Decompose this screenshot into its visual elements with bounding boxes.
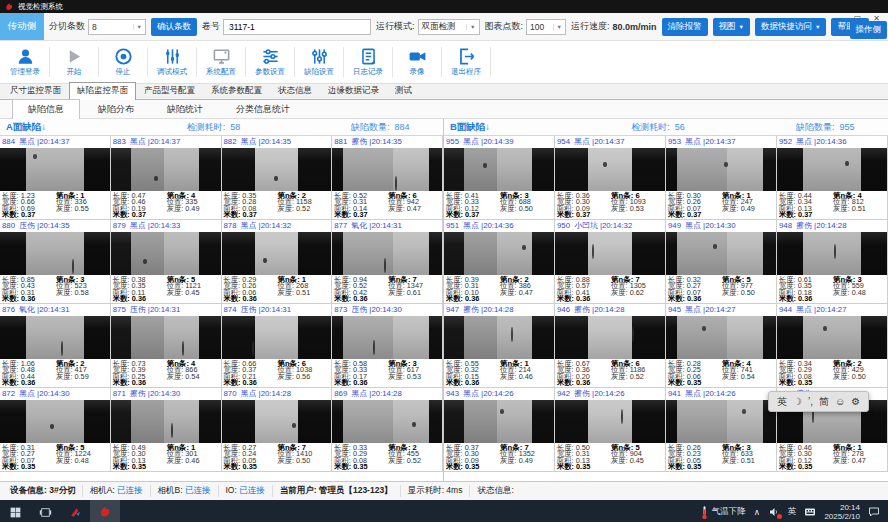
debug-mode-button[interactable]: 调试模式 bbox=[149, 47, 195, 77]
defect-image[interactable] bbox=[0, 316, 110, 359]
ime-language-indicator[interactable]: 英 bbox=[788, 506, 797, 518]
defect-image[interactable] bbox=[444, 400, 554, 443]
defect-cell[interactable]: 942 擦伤 |20:14:26长度: 0.50宽度: 0.31面积: 0.13… bbox=[555, 388, 666, 472]
sub-tab[interactable]: 缺陷分布 bbox=[83, 100, 149, 119]
defect-image[interactable] bbox=[111, 232, 221, 275]
defect-image[interactable] bbox=[666, 316, 776, 359]
defect-image[interactable] bbox=[444, 316, 554, 359]
defect-cell[interactable]: 877 氧化 |20:14:31长度: 0.94宽度: 0.52面积: 0.42… bbox=[332, 220, 443, 304]
defect-cell[interactable]: 954 黑点 |20:14:37长度: 0.36宽度: 0.30面积: 0.09… bbox=[555, 136, 666, 220]
volume-button[interactable] bbox=[768, 506, 780, 518]
defect-image[interactable] bbox=[222, 232, 332, 275]
clock-widget[interactable]: 20:14 2025/2/10 bbox=[824, 503, 860, 521]
defect-image[interactable] bbox=[332, 148, 442, 191]
defect-cell[interactable]: 950 小凹坑 |20:14:32长度: 0.88宽度: 0.57面积: 0.4… bbox=[555, 220, 666, 304]
defect-cell[interactable]: 873 压伤 |20:14:30长度: 0.58宽度: 0.33面积: 0.17… bbox=[332, 304, 443, 388]
defect-image[interactable] bbox=[0, 400, 110, 443]
defect-image[interactable] bbox=[111, 316, 221, 359]
taskbar-app-button[interactable] bbox=[60, 500, 90, 522]
minimize-button[interactable]: — bbox=[834, 14, 842, 23]
ime-simplified-toggle[interactable]: 简 bbox=[819, 397, 829, 407]
defect-cell[interactable]: 869 黑点 |20:14:28长度: 0.33宽度: 0.29面积: 0.08… bbox=[332, 388, 443, 472]
defect-cell[interactable]: 949 黑点 |20:14:30长度: 0.32宽度: 0.27面积: 0.07… bbox=[666, 220, 777, 304]
ime-keyboard-button[interactable] bbox=[804, 506, 816, 518]
run-mode-select[interactable]: 双面检测 ▼ bbox=[418, 19, 480, 35]
confirm-strips-button[interactable]: 确认条数 bbox=[151, 18, 197, 36]
defect-cell[interactable]: 952 黑点 |20:14:36长度: 0.44宽度: 0.34面积: 0.13… bbox=[777, 136, 888, 220]
data-quick-access-menu-button[interactable]: 数据快捷访问▼ bbox=[755, 18, 826, 36]
defect-image[interactable] bbox=[666, 400, 776, 443]
weather-widget[interactable]: 气温下降 bbox=[700, 505, 746, 520]
defect-cell[interactable]: 874 压伤 |20:14:31长度: 0.66宽度: 0.37面积: 0.21… bbox=[222, 304, 333, 388]
defect-cell[interactable]: 945 黑点 |20:14:27长度: 0.28宽度: 0.25面积: 0.06… bbox=[666, 304, 777, 388]
main-tab[interactable]: 产品型号配置 bbox=[136, 82, 203, 99]
defect-image[interactable] bbox=[777, 148, 887, 191]
defect-cell[interactable]: 875 压伤 |20:14:31长度: 0.73宽度: 0.39面积: 0.25… bbox=[111, 304, 222, 388]
defect-cell[interactable]: 946 擦伤 |20:14:28长度: 0.67宽度: 0.36面积: 0.20… bbox=[555, 304, 666, 388]
stop-button[interactable]: 停止 bbox=[100, 47, 146, 77]
defect-image[interactable] bbox=[777, 316, 887, 359]
main-tab[interactable]: 边缘数据记录 bbox=[320, 82, 387, 99]
defect-cell[interactable]: 881 擦伤 |20:14:35长度: 0.52宽度: 0.31面积: 0.14… bbox=[332, 136, 443, 220]
defect-image[interactable] bbox=[332, 400, 442, 443]
sub-tab[interactable]: 缺陷统计 bbox=[152, 100, 218, 119]
defect-settings-button[interactable]: 缺陷设置 bbox=[296, 47, 342, 77]
defect-cell[interactable]: 955 黑点 |20:14:39长度: 0.41宽度: 0.33面积: 0.12… bbox=[444, 136, 555, 220]
defect-image[interactable] bbox=[222, 148, 332, 191]
defect-cell[interactable]: 876 氧化 |20:14:31长度: 1.06宽度: 0.48面积: 0.44… bbox=[0, 304, 111, 388]
ime-fullwidth-toggle[interactable]: ☽ bbox=[793, 397, 802, 407]
tray-expand-button[interactable]: ∧ bbox=[754, 507, 760, 517]
defect-image[interactable] bbox=[222, 400, 332, 443]
notification-center-button[interactable] bbox=[868, 506, 880, 518]
defect-cell[interactable]: 870 黑点 |20:14:28长度: 0.27宽度: 0.24面积: 0.05… bbox=[222, 388, 333, 472]
ime-language-toggle[interactable]: 英 bbox=[777, 397, 787, 407]
defect-cell[interactable]: 882 黑点 |20:14:35长度: 0.35宽度: 0.28面积: 0.08… bbox=[222, 136, 333, 220]
drive-side-button[interactable]: 传动侧 bbox=[0, 13, 44, 40]
defect-image[interactable] bbox=[111, 400, 221, 443]
defect-image[interactable] bbox=[666, 232, 776, 275]
defect-cell[interactable]: 944 黑点 |20:14:27长度: 0.34宽度: 0.29面积: 0.08… bbox=[777, 304, 888, 388]
taskbar-active-app-button[interactable] bbox=[90, 500, 120, 522]
defect-cell[interactable]: 883 黑点 |20:14:37长度: 0.47宽度: 0.46面积: 0.19… bbox=[111, 136, 222, 220]
defect-cell[interactable]: 880 压伤 |20:14:35长度: 0.85宽度: 0.43面积: 0.31… bbox=[0, 220, 111, 304]
admin-login-button[interactable]: 管理登录 bbox=[2, 47, 48, 77]
defect-cell[interactable]: 953 黑点 |20:14:37长度: 0.30宽度: 0.26面积: 0.07… bbox=[666, 136, 777, 220]
main-tab[interactable]: 缺陷监控界面 bbox=[69, 82, 136, 100]
record-video-button[interactable]: 录像 bbox=[394, 47, 440, 77]
defect-cell[interactable]: 948 擦伤 |20:14:28长度: 0.61宽度: 0.35面积: 0.18… bbox=[777, 220, 888, 304]
clear-alarm-button[interactable]: 清除报警 bbox=[662, 18, 708, 36]
defect-image[interactable] bbox=[777, 232, 887, 275]
defect-image[interactable] bbox=[444, 148, 554, 191]
ime-settings-button[interactable]: ⚙ bbox=[851, 397, 860, 407]
main-tab[interactable]: 系统参数配置 bbox=[203, 82, 270, 99]
defect-image[interactable] bbox=[332, 316, 442, 359]
defect-image[interactable] bbox=[666, 148, 776, 191]
defect-image[interactable] bbox=[332, 232, 442, 275]
defect-image[interactable] bbox=[555, 148, 665, 191]
defect-image[interactable] bbox=[222, 316, 332, 359]
start-button[interactable] bbox=[0, 500, 30, 522]
defect-image[interactable] bbox=[555, 232, 665, 275]
main-tab[interactable]: 状态信息 bbox=[270, 82, 320, 99]
defect-cell[interactable]: 872 黑点 |20:14:30长度: 0.31宽度: 0.27面积: 0.07… bbox=[0, 388, 111, 472]
defect-cell[interactable]: 947 擦伤 |20:14:28长度: 0.55宽度: 0.32面积: 0.15… bbox=[444, 304, 555, 388]
exit-program-button[interactable]: 退出程序 bbox=[443, 47, 489, 77]
ime-punctuation-toggle[interactable]: ’, bbox=[808, 397, 813, 407]
main-tab[interactable]: 尺寸监控界面 bbox=[2, 82, 69, 99]
panel-b-title[interactable]: B面缺陷↓ bbox=[450, 121, 631, 134]
ime-emoji-button[interactable]: ☺ bbox=[835, 397, 845, 407]
defect-cell[interactable]: 941 黑点 |20:14:26长度: 0.26宽度: 0.23面积: 0.05… bbox=[666, 388, 777, 472]
defect-image[interactable] bbox=[0, 232, 110, 275]
defect-cell[interactable]: 871 擦伤 |20:14:30长度: 0.49宽度: 0.30面积: 0.13… bbox=[111, 388, 222, 472]
system-config-button[interactable]: 系统配置 bbox=[198, 47, 244, 77]
start-button[interactable]: 开始 bbox=[51, 47, 97, 77]
operator-side-button[interactable]: 操作侧 bbox=[850, 21, 888, 39]
log-record-button[interactable]: 日志记录 bbox=[345, 47, 391, 77]
chart-points-select[interactable]: 100 ▼ bbox=[526, 19, 566, 35]
sub-tab[interactable]: 缺陷信息 bbox=[12, 99, 80, 120]
defect-cell[interactable]: 884 黑点 |20:14:37长度: 1.23宽度: 0.66面积: 0.69… bbox=[0, 136, 111, 220]
defect-image[interactable] bbox=[555, 316, 665, 359]
main-tab[interactable]: 测试 bbox=[387, 82, 420, 99]
defect-image[interactable] bbox=[555, 400, 665, 443]
defect-image[interactable] bbox=[444, 232, 554, 275]
